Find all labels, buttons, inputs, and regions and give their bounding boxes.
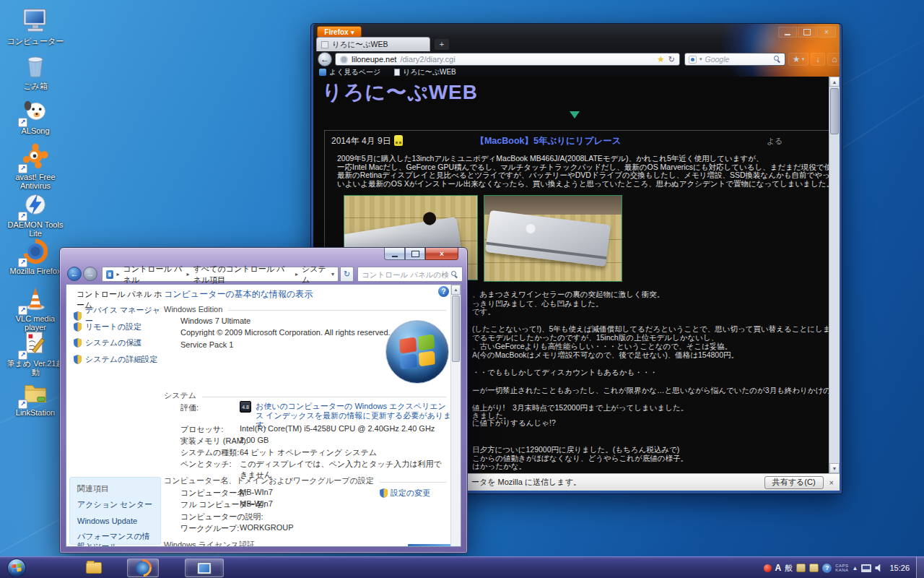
ime-help-icon[interactable]: ? — [822, 564, 832, 573]
back-button[interactable]: ← — [67, 267, 82, 281]
page-scrollbar[interactable]: ▲ ▼ — [829, 77, 840, 473]
avast-tray-icon[interactable] — [764, 564, 772, 572]
system-monitor-icon — [197, 562, 212, 574]
network-icon[interactable] — [861, 564, 871, 572]
scrollbar-thumb[interactable] — [452, 296, 460, 362]
sidebar-item-performance-tools[interactable]: パフォーマンスの情報とツール — [77, 531, 156, 547]
refresh-button[interactable]: ↻ — [340, 267, 354, 282]
help-icon[interactable]: ? — [438, 286, 449, 297]
site-title: りろに〜ぷWEB — [322, 79, 478, 106]
search-bar[interactable]: ▾ — [684, 53, 785, 66]
share-button[interactable]: 共有する(C) — [764, 476, 824, 489]
google-search-icon — [689, 56, 697, 64]
desktop-icon-vlc[interactable]: VLC media player — [4, 283, 66, 332]
bookmark-item[interactable]: よく見るページ — [319, 67, 380, 77]
ime-input-mode[interactable]: A — [775, 563, 782, 573]
sidebar-item-windows-update[interactable]: Windows Update — [77, 516, 156, 526]
close-button[interactable]: × — [817, 27, 836, 38]
firefox-icon — [20, 236, 51, 266]
breadcrumb-item[interactable]: コントロール パネル — [123, 264, 183, 285]
article-text-line: ーが一切禁止されたこともあったし、これが限界かな…と思いながら悩んでいたのが3月… — [472, 386, 831, 396]
breadcrumb-item[interactable]: システム — [302, 264, 328, 285]
desktop-icon-computer[interactable]: コンピューター — [4, 6, 66, 46]
url-bar[interactable]: liloneupe.net /diary2/diary.cgi ★ ↻ — [335, 53, 680, 66]
home-button[interactable]: ⌂ — [827, 53, 840, 66]
desktop-icon-recycle-bin[interactable]: ごみ箱 — [4, 51, 66, 90]
shortcut-arrow-icon — [18, 306, 27, 315]
desktop-icon-alsong[interactable]: ALSong — [4, 95, 66, 135]
shortcut-arrow-icon — [18, 164, 27, 173]
minimize-button[interactable] — [384, 248, 405, 260]
dropdown-arrow-icon[interactable]: ▾ — [699, 56, 702, 62]
article-text-line: はかったかな。 — [472, 462, 526, 472]
row-value: MB-WIn7 — [240, 499, 273, 508]
bookmarks-menu-button[interactable]: ★ ▾ — [788, 53, 808, 66]
scroll-down-icon[interactable]: ▼ — [829, 463, 840, 473]
bookmark-star-icon[interactable]: ★ — [657, 54, 665, 64]
taskbar-explorer-button[interactable] — [81, 558, 107, 577]
bookmark-item[interactable]: りろに〜ぷWEB — [394, 67, 456, 77]
bookmark-page-icon — [394, 69, 400, 76]
forward-button[interactable]: → — [83, 267, 97, 281]
window-scrollbar[interactable]: ▲ — [450, 285, 461, 546]
see-also-box: 関連項目 アクション センター Windows Update パフォーマンスの情… — [69, 477, 161, 545]
article-title-link[interactable]: 【MacBook】5年ぶりにリプレース — [325, 135, 772, 147]
page-divider-triangle-icon — [570, 111, 580, 118]
scroll-up-icon[interactable]: ▲ — [829, 77, 840, 87]
desktop-icon-avast[interactable]: avast! Free Antivirus — [4, 142, 66, 190]
search-input[interactable] — [362, 270, 448, 279]
sidebar-item-system-protection[interactable]: システムの保護 — [74, 337, 141, 348]
desktop-icon-linkstation[interactable]: LinkStation — [4, 377, 66, 417]
volume-icon[interactable] — [875, 564, 883, 572]
desktop-icon-daemon-tools[interactable]: DAEMON Tools Lite — [4, 189, 66, 238]
ime-conversion-mode[interactable]: 般 — [785, 563, 793, 574]
firefox-menu-button[interactable]: Firefox ▾ — [317, 26, 362, 38]
desktop-icon-fudemame[interactable]: 筆まめ Ver.21起動 — [4, 328, 66, 376]
scroll-up-icon[interactable]: ▲ — [451, 285, 461, 295]
search-magnifier-icon[interactable] — [774, 56, 781, 63]
control-panel-search[interactable] — [357, 267, 463, 282]
sidebar-item-remote-settings[interactable]: リモートの設定 — [74, 322, 141, 332]
browser-tab[interactable]: りろに〜ぷWEB — [316, 37, 430, 51]
breadcrumb-item[interactable]: すべてのコントロール パネル項目 — [193, 264, 292, 285]
breadcrumb[interactable]: ▸ コントロール パネル ▸ すべてのコントロール パネル項目 ▸ システム ▾ — [102, 267, 339, 282]
search-input[interactable] — [705, 55, 771, 64]
taskbar-system-window-button[interactable] — [185, 558, 224, 577]
start-button[interactable] — [7, 558, 26, 577]
notification-close-icon[interactable]: × — [829, 478, 834, 487]
ime-toolbox-icon[interactable] — [796, 564, 806, 572]
minimize-button[interactable] — [778, 27, 797, 38]
maximize-button[interactable] — [798, 27, 816, 38]
reload-icon[interactable]: ↻ — [668, 55, 675, 64]
article-text-line: いよいよ最新のOS Xがインストール出来なくなったら、買い換えようと思っていたと… — [337, 179, 831, 189]
fudemame-icon — [20, 328, 51, 358]
article-text-line: A(今のMacBookはメモリ増設不可なので、後で足せない)、価格は154800… — [472, 350, 738, 361]
back-button[interactable]: ← — [318, 52, 332, 66]
show-hidden-icons-button[interactable]: ▲ — [853, 565, 858, 571]
taskbar-clock[interactable]: 15:26 — [886, 564, 912, 572]
article-text-line: です。 — [472, 307, 495, 317]
taskbar-firefox-button[interactable] — [127, 558, 159, 577]
desktop-icon-firefox[interactable]: Mozilla Firefox — [4, 236, 66, 275]
avast-icon — [20, 142, 51, 172]
sidebar-item-advanced-settings[interactable]: システムの詳細設定 — [74, 354, 157, 365]
scrollbar-thumb[interactable] — [830, 88, 839, 134]
windows-logo — [385, 320, 449, 384]
bookmarks-toolbar: よく見るページ りろに〜ぷWEB — [313, 67, 840, 77]
downloads-button[interactable]: ↓ — [811, 53, 825, 66]
page-icon — [321, 41, 328, 48]
close-button[interactable]: × — [425, 248, 458, 260]
section-title-windows-edition: Windows Edition — [164, 305, 222, 314]
control-panel-icon — [106, 270, 113, 279]
ime-caps-kana-indicator[interactable]: CAPS KANA — [835, 564, 848, 572]
system-info-panel: ? コンピューターの基本的な情報の表示 Windows Edition Wind… — [164, 285, 450, 546]
row-label: ワークグループ: — [180, 524, 239, 532]
breadcrumb-dropdown-icon[interactable]: ▾ — [331, 271, 334, 277]
new-tab-button[interactable]: + — [435, 39, 449, 50]
sidebar-item-action-center[interactable]: アクション センター — [77, 499, 156, 509]
maximize-button[interactable] — [405, 248, 425, 260]
show-desktop-button[interactable] — [916, 557, 924, 578]
shortcut-arrow-icon — [18, 212, 27, 221]
row-label: 実装メモリ (RAM): — [180, 436, 248, 445]
ime-dictionary-icon[interactable] — [809, 564, 819, 572]
